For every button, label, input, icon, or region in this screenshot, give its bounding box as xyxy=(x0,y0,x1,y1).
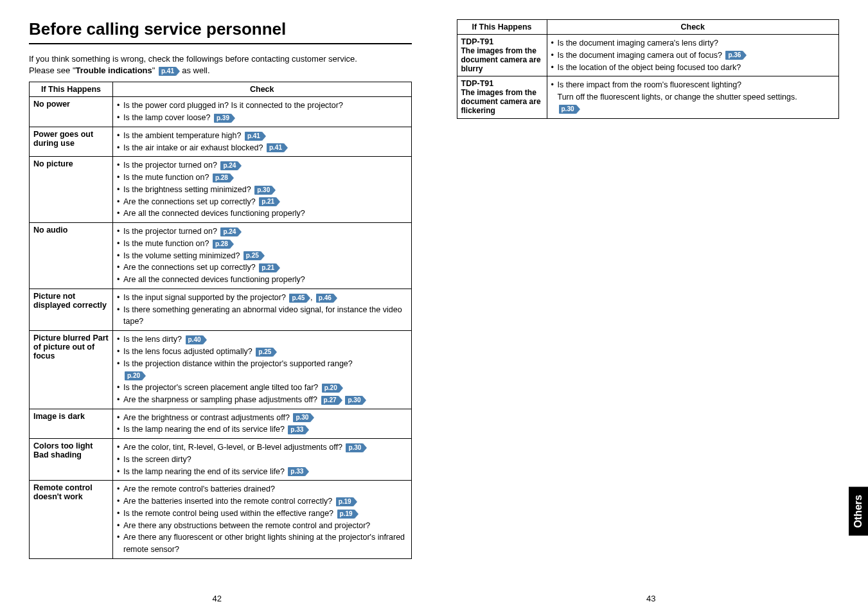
check-item: Are all the connected devices functionin… xyxy=(117,274,407,286)
check-item: Are there any obstructions between the r… xyxy=(117,520,407,532)
check-item: Is the volume setting minimized? p.25 xyxy=(117,250,407,262)
check-item: Is the mute function on? p.28 xyxy=(117,238,407,250)
check-item: Is the screen dirty? xyxy=(117,454,407,466)
check-item: Are the color, tint, R-level, G-level, o… xyxy=(117,441,407,454)
page-ref-icon: p.41 xyxy=(267,143,284,152)
troubleshooting-table-right: If This HappensCheckTDP-T91The images fr… xyxy=(457,19,840,119)
check-item: Is there impact from the room's fluoresc… xyxy=(551,79,835,115)
page-ref-icon: p.33 xyxy=(288,425,305,434)
check-cell: Is the input signal supported by the pro… xyxy=(113,289,412,330)
page-ref-icon: p.39 xyxy=(214,114,231,123)
symptom-cell: TDP-T91The images from the document came… xyxy=(457,35,547,76)
col-header-symptom: If This Happens xyxy=(30,82,113,97)
check-item: Are the connections set up correctly? p.… xyxy=(117,262,407,274)
page-ref-icon: p.24 xyxy=(220,161,238,170)
check-item: Is the projector turned on? p.24 xyxy=(117,159,407,172)
table-row: Power goes out during useIs the ambient … xyxy=(30,127,412,157)
page-ref-icon: p.25 xyxy=(244,251,261,260)
table-row: Picture not displayed correctlyIs the in… xyxy=(30,289,412,330)
page-ref-icon: p.30 xyxy=(345,396,362,405)
table-row: No pictureIs the projector turned on? p.… xyxy=(30,157,412,223)
check-item: Is the lens focus adjusted optimally? p.… xyxy=(117,346,407,358)
page-ref-icon: p.45 xyxy=(289,294,306,303)
check-cell: Is the document imaging camera's lens di… xyxy=(547,35,839,76)
check-item: Are all the connected devices functionin… xyxy=(117,208,407,220)
check-cell: Is the power cord plugged in? Is it conn… xyxy=(113,97,412,127)
check-item: Are the brightness or contrast adjustmen… xyxy=(117,412,407,424)
right-page: If This HappensCheckTDP-T91The images fr… xyxy=(434,0,869,613)
check-item: Is the power cord plugged in? Is it conn… xyxy=(117,100,407,112)
table-row: No powerIs the power cord plugged in? Is… xyxy=(30,97,412,127)
page-title: Before calling service personnel xyxy=(29,19,412,44)
section-tab: Others xyxy=(849,487,868,536)
check-item: Is the lamp cover loose? p.39 xyxy=(117,112,407,124)
page-ref-icon: p.19 xyxy=(336,497,353,506)
check-item: Is the document imaging camera out of fo… xyxy=(551,49,835,62)
col-header-check: Check xyxy=(113,82,412,97)
symptom-cell: TDP-T91The images from the document came… xyxy=(457,76,547,118)
check-item: Is there something generating an abnorma… xyxy=(117,304,407,328)
symptom-cell: Colors too light Bad shading xyxy=(30,439,113,481)
check-cell: Is there impact from the room's fluoresc… xyxy=(547,76,839,118)
check-item: Is the projection distance within the pr… xyxy=(117,358,407,382)
page-ref-icon: p.36 xyxy=(725,51,743,60)
check-item: Is the brightness setting minimized? p.3… xyxy=(117,184,407,196)
page-ref-icon: p.28 xyxy=(213,240,230,249)
page-ref-icon: p.21 xyxy=(259,197,276,206)
troubleshooting-table-left: If This HappensCheckNo powerIs the power… xyxy=(29,82,412,559)
table-row: Colors too light Bad shadingAre the colo… xyxy=(30,439,412,481)
col-header-symptom: If This Happens xyxy=(457,20,547,35)
page-ref-icon: p.20 xyxy=(125,371,142,380)
check-item: Is the projector's screen placement angl… xyxy=(117,382,407,394)
page-ref-icon: p.24 xyxy=(220,227,238,236)
check-item: Are the remote control's batteries drain… xyxy=(117,483,407,495)
check-item: Is the location of the object being focu… xyxy=(551,62,835,74)
table-row: TDP-T91The images from the document came… xyxy=(457,35,839,76)
check-item: Are there any fluorescent or other brigh… xyxy=(117,531,407,556)
page-ref-icon: p.46 xyxy=(316,294,333,303)
check-item: Is the projector turned on? p.24 xyxy=(117,226,407,238)
table-row: Picture blurred Part of picture out of f… xyxy=(30,331,412,409)
table-row: No audioIs the projector turned on? p.24… xyxy=(30,223,412,289)
check-cell: Are the color, tint, R-level, G-level, o… xyxy=(113,439,412,481)
check-item: Is the input signal supported by the pro… xyxy=(117,292,407,304)
page-ref-icon: p.19 xyxy=(337,510,355,519)
page-ref-icon: p.20 xyxy=(322,384,339,393)
check-cell: Is the projector turned on? p.24Is the m… xyxy=(113,223,412,289)
check-cell: Is the projector turned on? p.24Is the m… xyxy=(113,157,412,223)
check-item: Is the remote control being used within … xyxy=(117,508,407,520)
left-page: Before calling service personnel If you … xyxy=(0,0,434,613)
page-ref-icon: p.30 xyxy=(559,105,576,114)
check-cell: Is the ambient temperature high? p.41Is … xyxy=(113,127,412,157)
check-item: Is the lamp nearing the end of its servi… xyxy=(117,423,407,436)
page-number-right: 43 xyxy=(646,594,655,603)
page-ref-icon: p.28 xyxy=(213,173,230,182)
check-item: Is the ambient temperature high? p.41 xyxy=(117,130,407,142)
table-row: Image is darkAre the brightness or contr… xyxy=(30,409,412,439)
page-ref-icon: p.27 xyxy=(321,396,339,405)
check-item: Is the document imaging camera's lens di… xyxy=(551,37,835,49)
check-cell: Is the lens dirty? p.40Is the lens focus… xyxy=(113,331,412,409)
symptom-cell: Image is dark xyxy=(30,409,113,439)
symptom-cell: Picture not displayed correctly xyxy=(30,289,113,330)
table-row: Remote control doesn't workAre the remot… xyxy=(30,481,412,559)
page-ref-icon: p.40 xyxy=(186,335,203,344)
page-ref-icon: p.41 xyxy=(159,67,176,76)
page-ref-icon: p.30 xyxy=(254,186,272,195)
intro-text: If you think something is wrong, check t… xyxy=(29,53,412,76)
check-cell: Are the brightness or contrast adjustmen… xyxy=(113,409,412,439)
check-item: Are the connections set up correctly? p.… xyxy=(117,196,407,208)
check-cell: Are the remote control's batteries drain… xyxy=(113,481,412,559)
table-row: TDP-T91The images from the document came… xyxy=(457,76,839,118)
symptom-cell: Power goes out during use xyxy=(30,127,113,157)
page-ref-icon: p.41 xyxy=(245,132,262,141)
check-item: Are the batteries inserted into the remo… xyxy=(117,495,407,508)
check-item: Is the lamp nearing the end of its servi… xyxy=(117,466,407,478)
check-item: Is the mute function on? p.28 xyxy=(117,172,407,184)
page-ref-icon: p.30 xyxy=(293,413,310,422)
symptom-cell: Remote control doesn't work xyxy=(30,481,113,559)
symptom-cell: Picture blurred Part of picture out of f… xyxy=(30,331,113,409)
col-header-check: Check xyxy=(547,20,839,35)
symptom-cell: No picture xyxy=(30,157,113,223)
page-number-left: 42 xyxy=(213,594,222,603)
